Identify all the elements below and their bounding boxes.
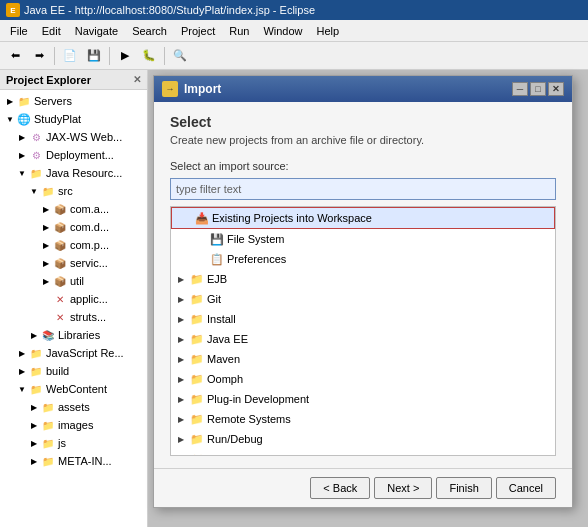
- folder-icon-servers: 📁: [16, 93, 32, 109]
- dialog-maximize-btn[interactable]: □: [530, 82, 546, 96]
- tree-item-libraries[interactable]: ▶ 📚 Libraries: [0, 326, 147, 344]
- arrow-servers: ▶: [4, 95, 16, 107]
- icon-jaxws: ⚙: [28, 129, 44, 145]
- menu-help[interactable]: Help: [311, 23, 346, 39]
- label-libraries: Libraries: [58, 329, 100, 341]
- tree-item-git[interactable]: ▶ 📁 Git: [171, 289, 555, 309]
- finish-button[interactable]: Finish: [436, 477, 491, 499]
- tree-item-preferences[interactable]: 📋 Preferences: [171, 249, 555, 269]
- menu-run[interactable]: Run: [223, 23, 255, 39]
- icon-servic: 📦: [52, 255, 68, 271]
- tree-item-webcontent[interactable]: ▼ 📁 WebContent: [0, 380, 147, 398]
- label-comd: com.d...: [70, 221, 109, 233]
- tree-item-servers[interactable]: ▶ 📁 Servers: [0, 92, 147, 110]
- tree-item-existing-projects[interactable]: 📥 Existing Projects into Workspace: [171, 207, 555, 229]
- icon-js: 📁: [40, 435, 56, 451]
- icon-git: 📁: [189, 291, 205, 307]
- panel-title: Project Explorer: [6, 74, 91, 86]
- tree-item-coma[interactable]: ▶ 📦 com.a...: [0, 200, 147, 218]
- toolbar-debug-btn[interactable]: 🐛: [138, 45, 160, 67]
- label-jsresources: JavaScript Re...: [46, 347, 124, 359]
- toolbar-save-btn[interactable]: 💾: [83, 45, 105, 67]
- tree-item-plugin-dev[interactable]: ▶ 📁 Plug-in Development: [171, 389, 555, 409]
- tree-item-metainf[interactable]: ▶ 📁 META-IN...: [0, 452, 147, 470]
- tree-item-comd[interactable]: ▶ 📦 com.d...: [0, 218, 147, 236]
- arrow-assets: ▶: [28, 401, 40, 413]
- import-source-tree[interactable]: 📥 Existing Projects into Workspace 💾 Fil…: [170, 206, 556, 456]
- menu-navigate[interactable]: Navigate: [69, 23, 124, 39]
- dialog-close-btn[interactable]: ✕: [548, 82, 564, 96]
- tree-item-jsresources[interactable]: ▶ 📁 JavaScript Re...: [0, 344, 147, 362]
- panel-header: Project Explorer ✕: [0, 70, 147, 90]
- label-file-system: File System: [227, 233, 284, 245]
- menu-file[interactable]: File: [4, 23, 34, 39]
- arrow-maven: ▶: [175, 353, 187, 365]
- tree-item-file-system[interactable]: 💾 File System: [171, 229, 555, 249]
- panel-close-icon[interactable]: ✕: [133, 74, 141, 85]
- tree-item-servic[interactable]: ▶ 📦 servic...: [0, 254, 147, 272]
- tree-item-maven[interactable]: ▶ 📁 Maven: [171, 349, 555, 369]
- arrow-ejb: ▶: [175, 273, 187, 285]
- label-struts: struts...: [70, 311, 106, 323]
- label-javaee: Java EE: [207, 333, 248, 345]
- tree-item-javaee[interactable]: ▶ 📁 Java EE: [171, 329, 555, 349]
- tree-item-oomph[interactable]: ▶ 📁 Oomph: [171, 369, 555, 389]
- label-java-resources: Java Resourc...: [46, 167, 122, 179]
- cancel-button[interactable]: Cancel: [496, 477, 556, 499]
- label-plugin-dev: Plug-in Development: [207, 393, 309, 405]
- tree-item-comp[interactable]: ▶ 📦 com.p...: [0, 236, 147, 254]
- toolbar-run-btn[interactable]: ▶: [114, 45, 136, 67]
- tree-item-src[interactable]: ▼ 📁 src: [0, 182, 147, 200]
- arrow-jsresources: ▶: [16, 347, 28, 359]
- project-explorer-panel: Project Explorer ✕ ▶ 📁 Servers ▼ 🌐 Study…: [0, 70, 148, 527]
- icon-install: 📁: [189, 311, 205, 327]
- label-jaxws: JAX-WS Web...: [46, 131, 122, 143]
- back-button[interactable]: < Back: [310, 477, 370, 499]
- tree-item-applic[interactable]: ▶ ✕ applic...: [0, 290, 147, 308]
- tree-item-util[interactable]: ▶ 📦 util: [0, 272, 147, 290]
- tree-item-remote-systems[interactable]: ▶ 📁 Remote Systems: [171, 409, 555, 429]
- icon-java-resources: 📁: [28, 165, 44, 181]
- icon-run-debug: 📁: [189, 431, 205, 447]
- toolbar: ⬅ ➡ 📄 💾 ▶ 🐛 🔍: [0, 42, 588, 70]
- tree-item-run-debug[interactable]: ▶ 📁 Run/Debug: [171, 429, 555, 449]
- project-tree: ▶ 📁 Servers ▼ 🌐 StudyPlat ▶ ⚙ JAX-WS Web…: [0, 90, 147, 527]
- dialog-buttons-bar: < Back Next > Finish Cancel: [154, 468, 572, 507]
- app-icon: E: [6, 3, 20, 17]
- menu-search[interactable]: Search: [126, 23, 173, 39]
- icon-file-system: 💾: [209, 231, 225, 247]
- tree-item-tasks[interactable]: ▶ 📁 Tasks...: [171, 449, 555, 456]
- filter-input[interactable]: [170, 178, 556, 200]
- tree-item-java-resources[interactable]: ▼ 📁 Java Resourc...: [0, 164, 147, 182]
- menu-edit[interactable]: Edit: [36, 23, 67, 39]
- arrow-deployment: ▶: [16, 149, 28, 161]
- icon-oomph: 📁: [189, 371, 205, 387]
- toolbar-back-btn[interactable]: ⬅: [4, 45, 26, 67]
- menu-window[interactable]: Window: [257, 23, 308, 39]
- tree-item-ejb[interactable]: ▶ 📁 EJB: [171, 269, 555, 289]
- tree-item-js[interactable]: ▶ 📁 js: [0, 434, 147, 452]
- label-tasks: Tasks...: [207, 453, 244, 456]
- tree-item-struts[interactable]: ▶ ✕ struts...: [0, 308, 147, 326]
- toolbar-new-btn[interactable]: 📄: [59, 45, 81, 67]
- icon-coma: 📦: [52, 201, 68, 217]
- arrow-tasks: ▶: [175, 453, 187, 456]
- tree-item-deployment[interactable]: ▶ ⚙ Deployment...: [0, 146, 147, 164]
- tree-item-assets[interactable]: ▶ 📁 assets: [0, 398, 147, 416]
- import-dialog: → Import ─ □ ✕ Select Create new project…: [153, 75, 573, 508]
- tree-item-install[interactable]: ▶ 📁 Install: [171, 309, 555, 329]
- dialog-minimize-btn[interactable]: ─: [512, 82, 528, 96]
- toolbar-forward-btn[interactable]: ➡: [28, 45, 50, 67]
- label-existing-projects: Existing Projects into Workspace: [212, 212, 372, 224]
- label-coma: com.a...: [70, 203, 109, 215]
- toolbar-search-btn[interactable]: 🔍: [169, 45, 191, 67]
- next-button[interactable]: Next >: [374, 477, 432, 499]
- tree-item-studyplat[interactable]: ▼ 🌐 StudyPlat: [0, 110, 147, 128]
- label-oomph: Oomph: [207, 373, 243, 385]
- tree-item-build[interactable]: ▶ 📁 build: [0, 362, 147, 380]
- label-js: js: [58, 437, 66, 449]
- tree-item-images[interactable]: ▶ 📁 images: [0, 416, 147, 434]
- tree-item-jaxws[interactable]: ▶ ⚙ JAX-WS Web...: [0, 128, 147, 146]
- menu-project[interactable]: Project: [175, 23, 221, 39]
- icon-ejb: 📁: [189, 271, 205, 287]
